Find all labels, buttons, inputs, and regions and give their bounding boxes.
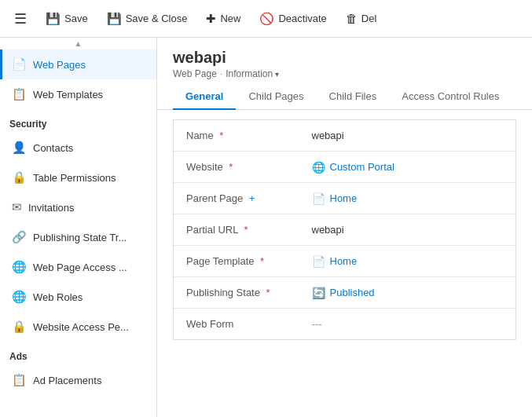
deactivate-label: Deactivate (278, 13, 326, 24)
page-icon: 📄 (312, 192, 325, 205)
new-button[interactable]: ✚ New (198, 7, 248, 31)
ad-placements-icon: 📋 (12, 373, 27, 387)
breadcrumb-form-dropdown[interactable]: Information ▾ (226, 68, 279, 79)
save-close-label: Save & Close (126, 13, 188, 24)
sidebar: ▲ 📄 Web Pages 📋 Web Templates Security 👤… (0, 38, 157, 417)
partial-url-required-indicator: * (244, 224, 248, 236)
sidebar-item-web-pages[interactable]: 📄 Web Pages (0, 49, 156, 79)
sidebar-label-table-permissions: Table Permissions (33, 172, 116, 184)
parent-page-label: Parent Page + (174, 183, 299, 214)
partial-url-text: webapi (312, 224, 344, 236)
parent-page-value: 📄 Home (299, 183, 516, 214)
breadcrumb-entity: Web Page (173, 68, 217, 79)
publishing-state-icon: 🔗 (12, 230, 27, 244)
table-row: Name * webapi (174, 120, 516, 152)
table-row: Publishing State * 🔄 Published (174, 277, 516, 309)
new-label: New (220, 13, 240, 24)
breadcrumb-separator: · (220, 68, 222, 79)
invitations-icon: ✉ (12, 200, 22, 214)
name-value: webapi (299, 120, 516, 152)
main-layout: ▲ 📄 Web Pages 📋 Web Templates Security 👤… (0, 38, 532, 417)
parent-page-link-text: Home (330, 192, 358, 204)
sidebar-item-invitations[interactable]: ✉ Invitations (0, 192, 156, 222)
sidebar-item-web-page-access[interactable]: 🌐 Web Page Access ... (0, 252, 156, 282)
page-template-link[interactable]: 📄 Home (312, 255, 504, 268)
web-form-empty: --- (312, 318, 322, 330)
scroll-indicator: ▲ (0, 38, 156, 49)
web-templates-icon: 📋 (12, 87, 27, 101)
save-close-icon: 💾 (107, 12, 122, 26)
security-section-header: Security (0, 109, 156, 133)
sidebar-item-publishing-state[interactable]: 🔗 Publishing State Tr... (0, 222, 156, 252)
save-close-button[interactable]: 💾 Save & Close (99, 7, 196, 31)
sidebar-item-website-access[interactable]: 🔒 Website Access Pe... (0, 312, 156, 342)
contacts-icon: 👤 (12, 141, 27, 155)
website-required-indicator: * (229, 161, 233, 173)
website-access-icon: 🔒 (12, 320, 27, 334)
page-template-label: Page Template * (174, 246, 299, 277)
web-roles-icon: 🌐 (12, 290, 27, 304)
sidebar-label-publishing-state: Publishing State Tr... (33, 232, 127, 243)
website-value: 🌐 Custom Portal (299, 152, 516, 183)
web-pages-icon: 📄 (12, 57, 27, 71)
save-button[interactable]: 💾 Save (38, 7, 96, 31)
sidebar-label-website-access: Website Access Pe... (33, 321, 129, 333)
delete-button[interactable]: 🗑 Del (338, 7, 385, 30)
website-label: Website * (174, 152, 299, 183)
sidebar-label-web-templates: Web Templates (33, 89, 103, 101)
website-link[interactable]: 🌐 Custom Portal (312, 161, 504, 174)
deactivate-button[interactable]: 🚫 Deactivate (251, 7, 334, 31)
chevron-down-icon: ▾ (275, 70, 279, 79)
sidebar-item-web-roles[interactable]: 🌐 Web Roles (0, 282, 156, 312)
page-header: webapi Web Page · Information ▾ (157, 38, 532, 84)
partial-url-label: Partial URL * (174, 214, 299, 246)
sidebar-label-web-pages: Web Pages (33, 59, 86, 71)
table-permissions-icon: 🔒 (12, 170, 27, 185)
published-icon: 🔄 (312, 287, 325, 299)
tab-child-pages[interactable]: Child Pages (236, 84, 316, 110)
delete-icon: 🗑 (346, 12, 358, 25)
page-template-required-indicator: * (260, 255, 264, 267)
publishing-state-label: Publishing State * (174, 277, 299, 309)
hamburger-icon: ☰ (14, 10, 27, 27)
web-form-label: Web Form (174, 309, 299, 340)
sidebar-label-contacts: Contacts (33, 142, 73, 154)
save-label: Save (64, 13, 88, 24)
sidebar-item-web-templates[interactable]: 📋 Web Templates (0, 79, 156, 109)
parent-page-link[interactable]: 📄 Home (312, 192, 504, 205)
deactivate-icon: 🚫 (259, 12, 274, 26)
web-form-value: --- (299, 309, 516, 340)
delete-label: Del (361, 13, 377, 24)
page-template-value: 📄 Home (299, 246, 516, 277)
website-link-text: Custom Portal (330, 161, 394, 173)
globe-icon: 🌐 (312, 161, 325, 174)
tab-child-files[interactable]: Child Files (317, 84, 390, 110)
publishing-state-text: Published (330, 287, 375, 298)
tab-access-control-rules[interactable]: Access Control Rules (389, 84, 512, 110)
name-text: webapi (312, 130, 344, 141)
page-title: webapi (173, 49, 516, 67)
page-template-link-text: Home (330, 255, 358, 267)
template-icon: 📄 (312, 255, 325, 268)
ads-section-header: Ads (0, 342, 156, 365)
sidebar-label-web-roles: Web Roles (33, 291, 83, 303)
tabs: General Child Pages Child Files Access C… (157, 84, 532, 110)
breadcrumb-form-label: Information (226, 68, 273, 79)
hamburger-menu-button[interactable]: ☰ (6, 5, 35, 33)
table-row: Page Template * 📄 Home (174, 246, 516, 277)
parent-page-required-indicator: + (249, 192, 255, 204)
content-area: webapi Web Page · Information ▾ General … (157, 38, 532, 417)
publishing-state-published: 🔄 Published (312, 287, 504, 299)
table-row: Website * 🌐 Custom Portal (174, 152, 516, 183)
sidebar-item-contacts[interactable]: 👤 Contacts (0, 133, 156, 163)
sidebar-label-ad-placements: Ad Placements (33, 375, 101, 386)
sidebar-item-ad-placements[interactable]: 📋 Ad Placements (0, 365, 156, 395)
breadcrumb: Web Page · Information ▾ (173, 68, 516, 79)
table-row: Parent Page + 📄 Home (174, 183, 516, 214)
web-page-access-icon: 🌐 (12, 260, 27, 274)
form-table: Name * webapi Website * 🌐 (173, 119, 516, 340)
sidebar-label-invitations: Invitations (28, 202, 75, 214)
tab-general[interactable]: General (173, 84, 236, 110)
sidebar-item-table-permissions[interactable]: 🔒 Table Permissions (0, 163, 156, 192)
save-icon: 💾 (46, 12, 61, 26)
